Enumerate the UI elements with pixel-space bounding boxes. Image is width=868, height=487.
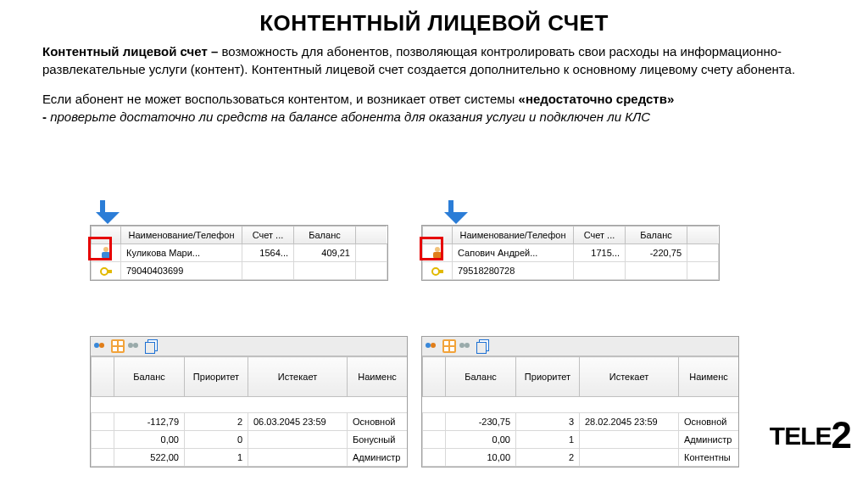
grid-icon[interactable] [442,339,456,353]
table-row[interactable]: Сапович Андрей... 1715... -220,75 [423,244,719,262]
cell-account: 1715... [574,244,626,262]
table-row[interactable]: -112,79 2 06.03.2045 23:59 Основной [92,413,408,431]
arrow-down-icon [100,200,105,216]
balance-table: Баланс Приоритет Истекает Наименс -230,7… [422,356,738,467]
table-row[interactable]: -230,75 3 28.02.2045 23:59 Основной [423,413,739,431]
users-grey-icon[interactable] [459,339,473,353]
users-colored-icon[interactable] [94,339,108,353]
col-name[interactable]: Наименование/Телефон [121,227,242,244]
cell-balance: 409,21 [294,244,356,262]
col-account[interactable]: Счет ... [574,227,626,244]
toolbar [422,337,738,356]
highlight-box [420,237,443,260]
table-row[interactable]: 10,00 2 Контентны [423,449,739,467]
cell-phone: 79040403699 [121,262,242,280]
highlight-box [88,237,112,260]
table-row[interactable]: 522,00 1 Администр [92,449,408,467]
account-panel-left: Наименование/Телефон Счет ... Баланс Кул… [90,225,388,281]
account-panel-right: Наименование/Телефон Счет ... Баланс Сап… [421,225,720,281]
cell-name: Сапович Андрей... [453,244,574,262]
table-header-row: Баланс Приоритет Истекает Наименс [423,357,739,397]
col-name[interactable]: Наименс [348,357,408,397]
col-name[interactable]: Наименс [679,357,739,397]
users-colored-icon[interactable] [426,339,439,353]
table-row[interactable]: 79518280728 [423,262,719,280]
col-balance[interactable]: Баланс [626,227,687,244]
table-header-row: Наименование/Телефон Счет ... Баланс [92,227,387,244]
account-table: Наименование/Телефон Счет ... Баланс Сап… [422,226,719,280]
table-row[interactable]: 0,00 1 Администр [423,431,739,449]
copy-icon[interactable] [476,342,487,354]
cell-balance: -220,75 [626,244,687,262]
balance-table: Баланс Приоритет Истекает Наименс -112,7… [91,356,407,467]
col-priority[interactable]: Приоритет [185,357,248,397]
table-header-row: Баланс Приоритет Истекает Наименс [92,357,408,397]
col-priority[interactable]: Приоритет [516,357,580,397]
col-balance[interactable]: Баланс [294,227,356,244]
col-expires[interactable]: Истекает [580,357,679,397]
col-expires[interactable]: Истекает [248,357,348,397]
key-icon [431,265,443,277]
col-balance[interactable]: Баланс [114,357,185,397]
col-name[interactable]: Наименование/Телефон [453,227,574,244]
table-row[interactable]: 0,00 0 Бонусный [92,431,408,449]
intro-text: Контентный лицевой счет – возможность дл… [42,42,797,126]
toolbar [91,337,407,356]
key-icon [100,265,112,277]
balance-panel-left: Баланс Приоритет Истекает Наименс -112,7… [90,336,408,467]
page-title: КОНТЕНТНЫЙ ЛИЦЕВОЙ СЧЕТ [0,10,868,36]
cell-phone: 79518280728 [453,262,574,280]
table-row[interactable]: 79040403699 [92,262,387,280]
users-grey-icon[interactable] [128,339,142,353]
intro-lead: Контентный лицевой счет – [42,44,218,59]
table-header-row: Наименование/Телефон Счет ... Баланс [423,227,719,244]
cell-name: Куликова Мари... [121,244,242,262]
grid-icon[interactable] [111,339,125,353]
account-table: Наименование/Телефон Счет ... Баланс Кул… [91,226,387,280]
tele2-logo: TELE2 [770,411,851,453]
cell-account: 1564... [242,244,294,262]
col-balance[interactable]: Баланс [446,357,516,397]
col-account[interactable]: Счет ... [242,227,294,244]
arrow-down-icon [448,200,453,216]
balance-panel-right: Баланс Приоритет Истекает Наименс -230,7… [421,336,739,467]
copy-icon[interactable] [145,342,155,354]
table-row[interactable]: Куликова Мари... 1564... 409,21 [92,244,387,262]
